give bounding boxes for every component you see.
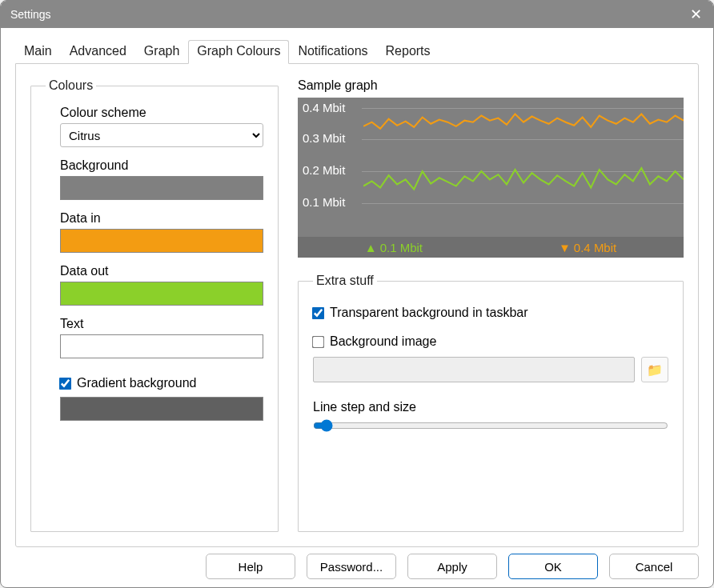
slider-label: Line step and size bbox=[313, 400, 668, 414]
transparent-taskbar-checkbox[interactable] bbox=[312, 306, 325, 319]
line-data-in bbox=[363, 114, 684, 128]
transparent-taskbar-label[interactable]: Transparent background in taskbar bbox=[330, 306, 528, 320]
gradient-label[interactable]: Gradient background bbox=[77, 376, 196, 390]
y-tick-2: 0.2 Mbit bbox=[303, 163, 345, 177]
window-title: Settings bbox=[10, 8, 51, 21]
colours-legend: Colours bbox=[46, 78, 96, 93]
colours-group: Colours Colour scheme Citrus Background bbox=[30, 78, 279, 532]
triangle-up-icon: ▲ bbox=[365, 241, 377, 254]
data-in-label: Data in bbox=[60, 211, 263, 226]
text-label: Text bbox=[60, 317, 263, 331]
apply-button[interactable]: Apply bbox=[407, 554, 497, 579]
password-button[interactable]: Password... bbox=[307, 554, 396, 579]
background-image-checkbox[interactable] bbox=[312, 335, 325, 348]
tab-notifications[interactable]: Notifications bbox=[289, 40, 376, 64]
ok-button[interactable]: OK bbox=[508, 554, 598, 579]
data-out-label: Data out bbox=[60, 264, 263, 278]
tab-advanced[interactable]: Advanced bbox=[61, 40, 135, 64]
gradient-colour-swatch[interactable] bbox=[60, 397, 263, 421]
folder-icon: 📁 bbox=[647, 362, 663, 378]
tab-panel-graph-colours: Colours Colour scheme Citrus Background bbox=[15, 63, 699, 547]
tab-bar: Main Advanced Graph Graph Colours Notifi… bbox=[15, 39, 699, 63]
sample-graph-footer: ▲ 0.1 Mbit ▼ 0.4 Mbit bbox=[298, 237, 684, 258]
cancel-button[interactable]: Cancel bbox=[609, 554, 699, 579]
line-step-size-slider[interactable] bbox=[313, 419, 668, 432]
tab-graph[interactable]: Graph bbox=[135, 40, 188, 64]
text-colour-swatch[interactable] bbox=[60, 334, 263, 358]
settings-window: Settings ✕ Main Advanced Graph Graph Col… bbox=[0, 0, 714, 588]
sample-graph-header: Sample graph bbox=[298, 78, 684, 93]
sample-graph-svg bbox=[363, 98, 684, 237]
close-icon[interactable]: ✕ bbox=[688, 6, 704, 23]
background-label: Background bbox=[60, 158, 263, 173]
tab-reports[interactable]: Reports bbox=[377, 40, 439, 64]
help-button[interactable]: Help bbox=[206, 554, 295, 579]
data-in-colour-swatch[interactable] bbox=[60, 229, 263, 253]
tab-graph-colours[interactable]: Graph Colours bbox=[188, 40, 289, 64]
footer-out-value: 0.4 Mbit bbox=[574, 241, 616, 254]
background-image-label[interactable]: Background image bbox=[330, 334, 436, 349]
extra-legend: Extra stuff bbox=[313, 274, 377, 288]
data-out-colour-swatch[interactable] bbox=[60, 282, 263, 306]
line-data-out bbox=[363, 168, 684, 190]
y-tick-3: 0.3 Mbit bbox=[303, 131, 345, 145]
y-tick-1: 0.1 Mbit bbox=[303, 195, 345, 209]
sample-graph: 0.4 Mbit 0.3 Mbit 0.2 Mbit 0.1 Mbit bbox=[298, 98, 684, 258]
browse-button[interactable]: 📁 bbox=[641, 357, 668, 382]
content-area: Main Advanced Graph Graph Colours Notifi… bbox=[1, 28, 713, 587]
y-tick-4: 0.4 Mbit bbox=[303, 101, 345, 114]
colour-scheme-select[interactable]: Citrus bbox=[60, 123, 263, 147]
gradient-checkbox[interactable] bbox=[59, 377, 72, 390]
extra-stuff-group: Extra stuff Transparent background in ta… bbox=[298, 274, 684, 532]
background-image-path[interactable] bbox=[313, 357, 635, 382]
tab-main[interactable]: Main bbox=[15, 40, 61, 64]
button-row: Help Password... Apply OK Cancel bbox=[15, 547, 699, 579]
titlebar: Settings ✕ bbox=[1, 1, 713, 28]
footer-in-value: 0.1 Mbit bbox=[380, 241, 423, 254]
background-colour-swatch[interactable] bbox=[60, 176, 263, 200]
triangle-down-icon: ▼ bbox=[559, 241, 571, 254]
colour-scheme-label: Colour scheme bbox=[60, 106, 263, 120]
